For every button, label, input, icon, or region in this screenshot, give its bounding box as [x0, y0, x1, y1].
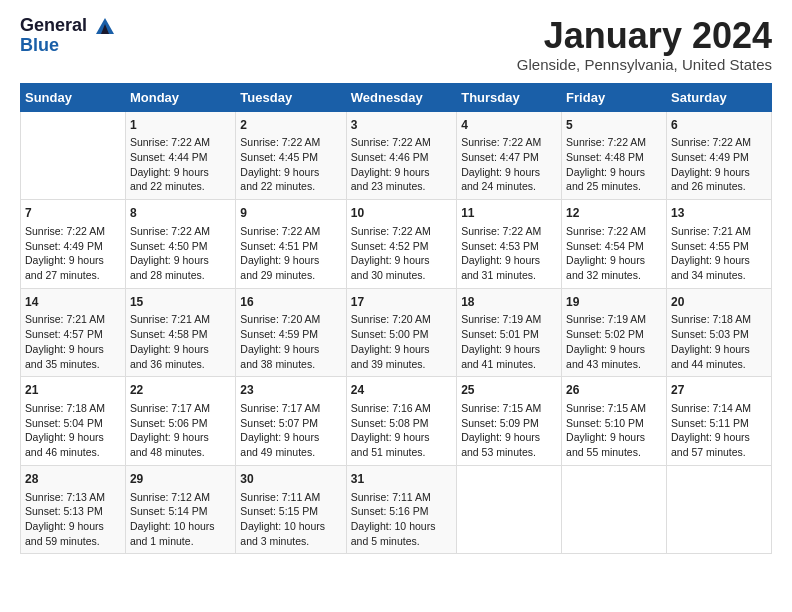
- header: General Blue January 2024 Glenside, Penn…: [20, 16, 772, 73]
- day-info: and 26 minutes.: [671, 179, 767, 194]
- day-info: Sunset: 4:59 PM: [240, 327, 341, 342]
- day-info: Daylight: 9 hours: [351, 342, 452, 357]
- day-info: Daylight: 9 hours: [671, 430, 767, 445]
- day-info: Daylight: 9 hours: [671, 165, 767, 180]
- day-number: 14: [25, 294, 121, 311]
- day-info: Sunrise: 7:21 AM: [130, 312, 231, 327]
- week-row-3: 14Sunrise: 7:21 AMSunset: 4:57 PMDayligh…: [21, 288, 772, 377]
- day-info: Sunrise: 7:16 AM: [351, 401, 452, 416]
- day-info: and 57 minutes.: [671, 445, 767, 460]
- day-info: Sunrise: 7:18 AM: [25, 401, 121, 416]
- day-info: Sunrise: 7:11 AM: [351, 490, 452, 505]
- day-info: Sunrise: 7:12 AM: [130, 490, 231, 505]
- day-info: Sunset: 4:46 PM: [351, 150, 452, 165]
- day-cell: 16Sunrise: 7:20 AMSunset: 4:59 PMDayligh…: [236, 288, 346, 377]
- day-cell: [562, 465, 667, 554]
- day-number: 22: [130, 382, 231, 399]
- day-cell: 3Sunrise: 7:22 AMSunset: 4:46 PMDaylight…: [346, 111, 456, 200]
- day-info: and 24 minutes.: [461, 179, 557, 194]
- day-info: and 35 minutes.: [25, 357, 121, 372]
- day-info: Sunset: 5:15 PM: [240, 504, 341, 519]
- day-info: Sunrise: 7:22 AM: [351, 224, 452, 239]
- day-info: Daylight: 9 hours: [671, 253, 767, 268]
- day-info: Sunrise: 7:11 AM: [240, 490, 341, 505]
- header-cell-sunday: Sunday: [21, 83, 126, 111]
- day-number: 15: [130, 294, 231, 311]
- day-cell: 31Sunrise: 7:11 AMSunset: 5:16 PMDayligh…: [346, 465, 456, 554]
- day-number: 20: [671, 294, 767, 311]
- day-info: and 23 minutes.: [351, 179, 452, 194]
- day-number: 24: [351, 382, 452, 399]
- day-info: Daylight: 9 hours: [130, 165, 231, 180]
- day-info: Sunrise: 7:20 AM: [351, 312, 452, 327]
- day-info: Sunrise: 7:15 AM: [566, 401, 662, 416]
- header-cell-thursday: Thursday: [457, 83, 562, 111]
- day-info: Sunset: 4:47 PM: [461, 150, 557, 165]
- day-cell: 15Sunrise: 7:21 AMSunset: 4:58 PMDayligh…: [125, 288, 235, 377]
- day-info: Daylight: 9 hours: [25, 342, 121, 357]
- header-cell-friday: Friday: [562, 83, 667, 111]
- day-cell: 30Sunrise: 7:11 AMSunset: 5:15 PMDayligh…: [236, 465, 346, 554]
- day-info: and 53 minutes.: [461, 445, 557, 460]
- day-info: Daylight: 9 hours: [351, 165, 452, 180]
- day-info: Sunrise: 7:22 AM: [671, 135, 767, 150]
- day-number: 31: [351, 471, 452, 488]
- day-info: Sunrise: 7:22 AM: [130, 135, 231, 150]
- day-info: Daylight: 9 hours: [566, 253, 662, 268]
- day-info: Daylight: 9 hours: [130, 253, 231, 268]
- day-info: Sunrise: 7:22 AM: [130, 224, 231, 239]
- header-cell-monday: Monday: [125, 83, 235, 111]
- day-cell: 25Sunrise: 7:15 AMSunset: 5:09 PMDayligh…: [457, 377, 562, 466]
- day-info: Sunrise: 7:22 AM: [461, 135, 557, 150]
- day-number: 23: [240, 382, 341, 399]
- day-info: Daylight: 9 hours: [566, 342, 662, 357]
- day-cell: 4Sunrise: 7:22 AMSunset: 4:47 PMDaylight…: [457, 111, 562, 200]
- day-number: 4: [461, 117, 557, 134]
- day-info: and 28 minutes.: [130, 268, 231, 283]
- day-number: 13: [671, 205, 767, 222]
- day-info: Daylight: 9 hours: [240, 165, 341, 180]
- day-cell: 18Sunrise: 7:19 AMSunset: 5:01 PMDayligh…: [457, 288, 562, 377]
- title-block: January 2024 Glenside, Pennsylvania, Uni…: [517, 16, 772, 73]
- day-number: 12: [566, 205, 662, 222]
- day-info: and 48 minutes.: [130, 445, 231, 460]
- day-number: 26: [566, 382, 662, 399]
- day-info: Daylight: 9 hours: [566, 165, 662, 180]
- day-cell: 26Sunrise: 7:15 AMSunset: 5:10 PMDayligh…: [562, 377, 667, 466]
- day-info: Daylight: 10 hours: [130, 519, 231, 534]
- day-info: Daylight: 9 hours: [25, 253, 121, 268]
- day-info: and 38 minutes.: [240, 357, 341, 372]
- day-info: Daylight: 10 hours: [240, 519, 341, 534]
- day-info: Sunrise: 7:22 AM: [240, 135, 341, 150]
- day-info: and 41 minutes.: [461, 357, 557, 372]
- day-info: Sunset: 5:00 PM: [351, 327, 452, 342]
- day-info: Daylight: 9 hours: [130, 342, 231, 357]
- day-info: Sunset: 4:48 PM: [566, 150, 662, 165]
- page: General Blue January 2024 Glenside, Penn…: [0, 0, 792, 564]
- day-cell: 22Sunrise: 7:17 AMSunset: 5:06 PMDayligh…: [125, 377, 235, 466]
- day-info: and 29 minutes.: [240, 268, 341, 283]
- day-info: and 30 minutes.: [351, 268, 452, 283]
- day-info: Sunrise: 7:20 AM: [240, 312, 341, 327]
- day-info: Sunset: 4:57 PM: [25, 327, 121, 342]
- day-cell: 7Sunrise: 7:22 AMSunset: 4:49 PMDaylight…: [21, 200, 126, 289]
- day-cell: 19Sunrise: 7:19 AMSunset: 5:02 PMDayligh…: [562, 288, 667, 377]
- day-info: Sunrise: 7:22 AM: [566, 135, 662, 150]
- day-cell: 2Sunrise: 7:22 AMSunset: 4:45 PMDaylight…: [236, 111, 346, 200]
- day-number: 5: [566, 117, 662, 134]
- day-info: Daylight: 9 hours: [130, 430, 231, 445]
- day-number: 18: [461, 294, 557, 311]
- day-number: 6: [671, 117, 767, 134]
- day-info: Sunset: 4:49 PM: [25, 239, 121, 254]
- day-number: 8: [130, 205, 231, 222]
- day-info: Daylight: 9 hours: [671, 342, 767, 357]
- week-row-5: 28Sunrise: 7:13 AMSunset: 5:13 PMDayligh…: [21, 465, 772, 554]
- day-number: 29: [130, 471, 231, 488]
- day-info: Daylight: 9 hours: [25, 430, 121, 445]
- day-info: Sunset: 4:44 PM: [130, 150, 231, 165]
- day-info: Sunrise: 7:22 AM: [240, 224, 341, 239]
- day-info: Daylight: 9 hours: [461, 342, 557, 357]
- day-info: Sunrise: 7:22 AM: [461, 224, 557, 239]
- day-info: Sunrise: 7:17 AM: [240, 401, 341, 416]
- day-info: Sunset: 5:11 PM: [671, 416, 767, 431]
